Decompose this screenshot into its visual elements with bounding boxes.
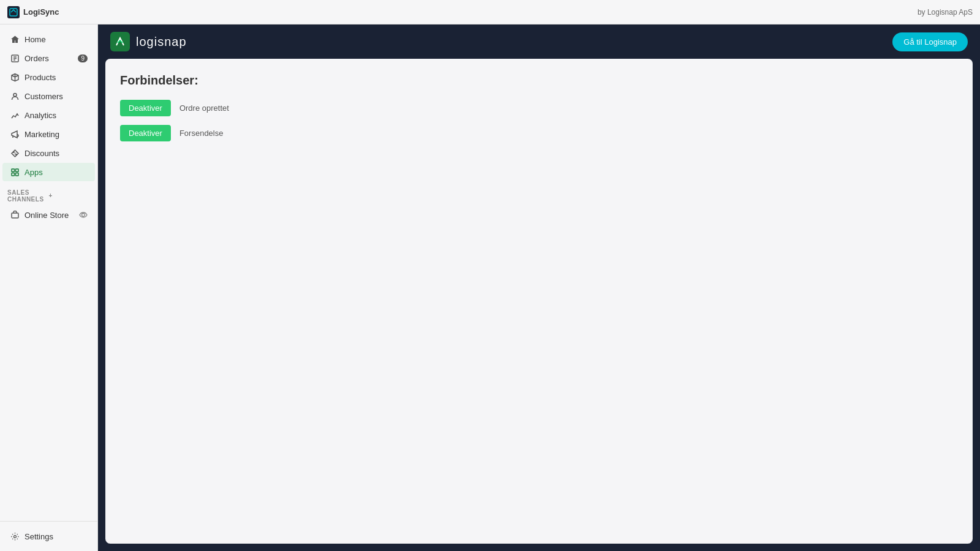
sidebar-label-apps: Apps: [24, 168, 43, 177]
top-bar-by-text: by Logisnap ApS: [918, 8, 973, 17]
sidebar-label-home: Home: [24, 35, 46, 44]
orders-icon: [10, 53, 20, 63]
sidebar-item-home[interactable]: Home: [2, 30, 95, 48]
sidebar-footer: Settings: [0, 521, 97, 551]
apps-icon: [10, 167, 20, 177]
sidebar-item-discounts[interactable]: Discounts: [2, 144, 95, 162]
svg-rect-9: [12, 213, 18, 218]
sidebar-label-discounts: Discounts: [24, 149, 59, 158]
main-layout: Home Orders 9: [0, 24, 980, 551]
sidebar-item-products[interactable]: Products: [2, 68, 95, 86]
goto-logisnap-button[interactable]: Gå til Logisnap: [892, 32, 968, 51]
settings-icon: [10, 531, 20, 541]
connection-row-2: Deaktiver Forsendelse: [120, 125, 958, 141]
sidebar-label-products: Products: [24, 73, 56, 82]
svg-rect-7: [12, 173, 15, 176]
sidebar-item-orders[interactable]: Orders 9: [2, 49, 95, 67]
svg-rect-5: [12, 169, 15, 172]
sidebar-item-marketing[interactable]: Marketing: [2, 125, 95, 143]
connection-row-1: Deaktiver Ordre oprettet: [120, 100, 958, 116]
app-header: logisnap Gå til Logisnap: [98, 24, 980, 59]
marketing-icon: [10, 129, 20, 139]
svg-point-10: [82, 214, 85, 217]
sidebar: Home Orders 9: [0, 24, 98, 551]
sidebar-item-analytics[interactable]: Analytics: [2, 106, 95, 124]
connections-title: Forbindelser:: [120, 73, 958, 88]
app-logo-text: logisnap: [136, 35, 187, 49]
online-store-visibility-icon[interactable]: [79, 211, 88, 219]
settings-label: Settings: [24, 532, 53, 541]
logisnap-app-logo-icon: [110, 32, 130, 51]
sidebar-item-apps[interactable]: Apps: [2, 163, 95, 181]
svg-point-2: [13, 93, 17, 96]
online-store-label: Online Store: [24, 211, 69, 220]
sidebar-item-customers[interactable]: Customers: [2, 87, 95, 105]
svg-point-11: [13, 535, 16, 538]
sidebar-nav: Home Orders 9: [0, 24, 97, 187]
logisync-logo-icon: [7, 6, 20, 18]
sidebar-item-settings[interactable]: Settings: [2, 527, 95, 545]
online-store-icon: [10, 210, 20, 220]
app-content-panel: Forbindelser: Deaktiver Ordre oprettet D…: [105, 59, 973, 544]
customers-icon: [10, 91, 20, 101]
top-bar-logo: LogiSync: [7, 6, 59, 18]
sidebar-label-customers: Customers: [24, 92, 63, 101]
top-bar-app-name: LogiSync: [23, 7, 59, 17]
svg-point-3: [13, 151, 14, 152]
add-channel-button[interactable]: +: [49, 193, 91, 199]
sidebar-item-online-store[interactable]: Online Store: [2, 206, 95, 224]
sales-channels-label: SALES CHANNELS: [7, 189, 49, 203]
svg-rect-8: [15, 173, 18, 176]
discounts-icon: [10, 148, 20, 158]
products-icon: [10, 72, 20, 82]
svg-point-4: [15, 154, 17, 155]
sales-channels-section: SALES CHANNELS +: [0, 187, 97, 205]
analytics-icon: [10, 110, 20, 120]
svg-rect-6: [15, 169, 18, 172]
connection-label-2: Forsendelse: [179, 129, 224, 138]
sidebar-label-marketing: Marketing: [24, 130, 59, 139]
deaktiver-button-1[interactable]: Deaktiver: [120, 100, 171, 116]
sidebar-label-analytics: Analytics: [24, 111, 56, 120]
connection-label-1: Ordre oprettet: [179, 103, 229, 113]
content-area: logisnap Gå til Logisnap Forbindelser: D…: [98, 24, 980, 551]
orders-badge: 9: [78, 54, 88, 62]
app-logo: logisnap: [110, 32, 187, 51]
top-bar: LogiSync by Logisnap ApS: [0, 0, 980, 24]
home-icon: [10, 34, 20, 44]
sidebar-label-orders: Orders: [24, 54, 49, 63]
deaktiver-button-2[interactable]: Deaktiver: [120, 125, 171, 141]
